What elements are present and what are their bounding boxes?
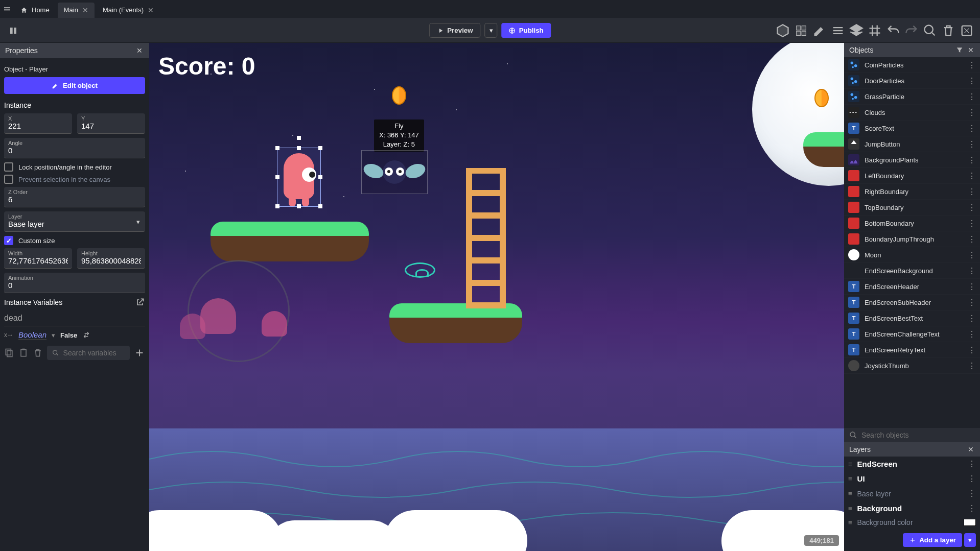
redo-icon[interactable] [904, 23, 919, 38]
layer-color-chip[interactable] [964, 519, 976, 526]
resize-handle[interactable] [275, 204, 279, 208]
object-row-GrassParticle[interactable]: GrassParticle⋮ [844, 89, 980, 105]
object-menu-icon[interactable]: ⋮ [968, 314, 976, 323]
resize-handle[interactable] [318, 175, 322, 179]
resize-handle[interactable] [318, 204, 322, 208]
add-layer-button[interactable]: Add a layer [903, 533, 962, 547]
object-menu-icon[interactable]: ⋮ [968, 329, 976, 339]
angle-field[interactable]: Angle [4, 138, 145, 158]
tab-home[interactable]: Home [14, 3, 56, 18]
grid-icon[interactable] [868, 23, 882, 38]
object-menu-icon[interactable]: ⋮ [968, 124, 976, 133]
add-var-icon[interactable] [134, 347, 145, 358]
drag-handle-icon[interactable]: ≡ [848, 460, 852, 468]
layer-menu-icon[interactable]: ⋮ [968, 474, 976, 484]
x-input[interactable] [8, 122, 68, 130]
object-menu-icon[interactable]: ⋮ [968, 250, 976, 260]
width-input[interactable] [8, 256, 68, 265]
object-menu-icon[interactable]: ⋮ [968, 345, 976, 355]
add-object-icon[interactable] [776, 23, 790, 38]
height-field[interactable]: Height [77, 248, 145, 269]
object-row-BottomBoundary[interactable]: BottomBoundary⋮ [844, 215, 980, 231]
object-row-EndScreenRetryText[interactable]: TEndScreenRetryText⋮ [844, 342, 980, 358]
rotate-handle[interactable] [297, 136, 301, 140]
object-menu-icon[interactable]: ⋮ [968, 60, 976, 70]
publish-button[interactable]: Publish [502, 23, 551, 38]
layer-row-background-color[interactable]: ≡Background color [844, 516, 980, 529]
object-menu-icon[interactable]: ⋮ [968, 203, 976, 212]
drag-handle-icon[interactable]: ≡ [848, 519, 852, 526]
search-vars-input[interactable] [63, 349, 125, 357]
object-row-EndScreenSubHeader[interactable]: TEndScreenSubHeader⋮ [844, 295, 980, 310]
object-row-JumpButton[interactable]: JumpButton⋮ [844, 136, 980, 152]
object-menu-icon[interactable]: ⋮ [968, 171, 976, 181]
edit-object-button[interactable]: Edit object [4, 77, 145, 94]
preview-dropdown[interactable]: ▾ [485, 23, 498, 38]
custom-size-row[interactable]: Custom size [4, 236, 145, 245]
filter-objects-icon[interactable] [955, 46, 964, 54]
object-menu-icon[interactable]: ⋮ [968, 282, 976, 292]
close-properties-icon[interactable]: ✕ [135, 46, 144, 55]
tab-main[interactable]: Main✕ [58, 3, 95, 18]
var-value[interactable]: False [60, 331, 77, 339]
width-field[interactable]: Width [4, 248, 72, 269]
height-input[interactable] [81, 256, 141, 265]
layer-select[interactable]: Layer Base layer [4, 211, 145, 232]
object-menu-icon[interactable]: ⋮ [968, 361, 976, 371]
zoom-icon[interactable] [923, 23, 937, 38]
close-layers-icon[interactable]: ✕ [967, 445, 975, 453]
y-input[interactable] [81, 122, 141, 130]
object-row-EndScreenBackground[interactable]: EndScreenBackground⋮ [844, 263, 980, 279]
resize-handle[interactable] [297, 146, 301, 150]
layer-menu-icon[interactable]: ⋮ [968, 504, 976, 513]
object-row-TopBoundary[interactable]: TopBoundary⋮ [844, 200, 980, 215]
object-row-RightBoundary[interactable]: RightBoundary⋮ [844, 184, 980, 200]
settings-icon[interactable] [960, 23, 974, 38]
edit-icon[interactable] [812, 23, 827, 38]
lock-checkbox-row[interactable]: Lock position/angle in the editor [4, 162, 145, 172]
object-menu-icon[interactable]: ⋮ [968, 266, 976, 276]
resize-handle[interactable] [275, 146, 279, 150]
object-row-EndScreenHeader[interactable]: TEndScreenHeader⋮ [844, 279, 980, 295]
layer-menu-icon[interactable]: ⋮ [968, 489, 976, 498]
object-menu-icon[interactable]: ⋮ [968, 76, 976, 86]
layer-row-base-layer[interactable]: ≡Base layer⋮ [844, 486, 980, 501]
drag-handle-icon[interactable]: ≡ [848, 490, 852, 497]
layer-row-ui[interactable]: ≡UI⋮ [844, 471, 980, 486]
object-menu-icon[interactable]: ⋮ [968, 155, 976, 165]
resize-handle[interactable] [318, 146, 322, 150]
tab-main-events-[interactable]: Main (Events)✕ [97, 3, 160, 18]
object-row-BackgroundPlants[interactable]: BackgroundPlants⋮ [844, 152, 980, 168]
object-menu-icon[interactable]: ⋮ [968, 139, 976, 149]
layer-menu-icon[interactable]: ⋮ [968, 459, 976, 469]
object-row-EndScreenChallengeText[interactable]: TEndScreenChallengeText⋮ [844, 326, 980, 342]
animation-input[interactable] [8, 281, 141, 290]
object-row-JoystickThumb[interactable]: JoystickThumb⋮ [844, 358, 980, 374]
animation-field[interactable]: Animation [4, 273, 145, 293]
panel-toggle-button[interactable] [6, 23, 20, 38]
drag-handle-icon[interactable]: ≡ [848, 475, 852, 483]
close-objects-icon[interactable]: ✕ [967, 46, 975, 54]
custom-size-checkbox[interactable] [4, 236, 13, 245]
scene-canvas[interactable]: Score: 0 Fly X: 366 Y: 147 Layer: Z: 5 [149, 43, 844, 551]
layer-row-background[interactable]: ≡Background⋮ [844, 501, 980, 516]
object-row-BoundaryJumpThrough[interactable]: BoundaryJumpThrough⋮ [844, 231, 980, 247]
object-row-Clouds[interactable]: Clouds⋮ [844, 105, 980, 121]
main-menu-button[interactable] [0, 2, 14, 16]
copy-var-icon[interactable] [4, 348, 14, 358]
search-objects-field[interactable] [844, 428, 980, 442]
var-name-input[interactable] [4, 310, 145, 326]
object-row-CoinParticles[interactable]: CoinParticles⋮ [844, 57, 980, 73]
instances-icon[interactable] [794, 23, 808, 38]
zorder-input[interactable] [8, 195, 141, 204]
preview-button[interactable]: Preview [429, 23, 480, 38]
object-row-DoorParticles[interactable]: DoorParticles⋮ [844, 73, 980, 89]
lock-checkbox[interactable] [4, 162, 13, 172]
var-type[interactable]: Boolean [18, 330, 46, 340]
object-row-Moon[interactable]: Moon⋮ [844, 247, 980, 263]
object-row-LeftBoundary[interactable]: LeftBoundary⋮ [844, 168, 980, 184]
object-menu-icon[interactable]: ⋮ [968, 234, 976, 244]
object-menu-icon[interactable]: ⋮ [968, 298, 976, 307]
layers-icon[interactable] [849, 23, 864, 38]
prevent-checkbox[interactable] [4, 175, 13, 184]
